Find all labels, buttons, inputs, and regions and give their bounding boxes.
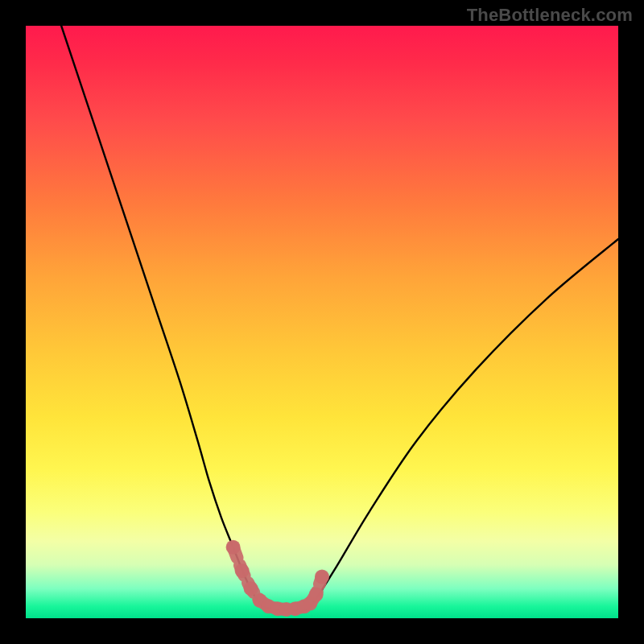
watermark-text: TheBottleneck.com xyxy=(467,5,633,26)
marker-dot xyxy=(226,540,241,555)
chart-frame: TheBottleneck.com xyxy=(0,0,644,644)
bottleneck-curve xyxy=(61,26,618,610)
highlighted-points xyxy=(226,540,329,617)
curve-path xyxy=(61,26,618,610)
curve-layer xyxy=(26,26,618,618)
marker-dot xyxy=(244,581,258,596)
plot-area xyxy=(26,26,618,618)
marker-dot xyxy=(309,588,324,602)
marker-dot xyxy=(235,564,250,578)
marker-dot xyxy=(315,569,329,584)
